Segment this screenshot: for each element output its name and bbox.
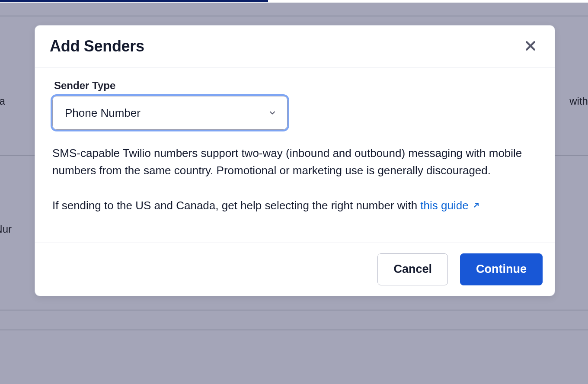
divider [0, 310, 588, 310]
divider [0, 16, 588, 16]
close-button[interactable] [521, 37, 540, 56]
chevron-down-icon [268, 109, 277, 117]
external-link-icon [471, 198, 480, 215]
modal-body: Sender Type Phone Number SMS-capable Twi… [35, 67, 555, 230]
help-text: SMS-capable Twilio numbers support two-w… [52, 144, 537, 179]
sender-type-select[interactable]: Phone Number [52, 96, 288, 130]
modal-footer: Cancel Continue [35, 243, 555, 296]
guide-link[interactable]: this guide [420, 199, 479, 212]
modal-title: Add Senders [50, 37, 144, 55]
help-text-secondary: If sending to the US and Canada, get hel… [52, 197, 537, 215]
background-text: with b [569, 95, 588, 107]
add-senders-modal: Add Senders Sender Type Phone Number SMS… [35, 25, 555, 296]
sender-type-label: Sender Type [54, 80, 537, 92]
progress-indicator [0, 0, 268, 2]
close-icon [524, 39, 537, 54]
modal-header: Add Senders [35, 26, 555, 67]
divider [0, 330, 588, 330]
select-value: Phone Number [65, 106, 141, 120]
help-text-prefix: If sending to the US and Canada, get hel… [52, 199, 420, 212]
background-text: be tha [0, 95, 5, 107]
cancel-button[interactable]: Cancel [377, 253, 448, 285]
continue-button[interactable]: Continue [460, 253, 543, 285]
background-text: pp Nur [0, 223, 12, 235]
